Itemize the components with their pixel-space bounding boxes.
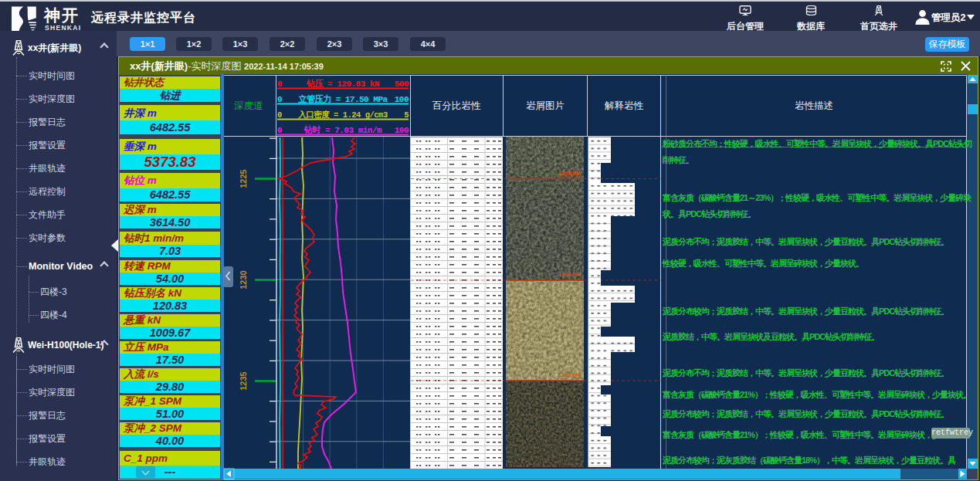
svg-text:深度道: 深度道 [234, 100, 263, 111]
svg-text:1230: 1230 [239, 270, 248, 289]
svg-text:入口密度 = 1.24 g/cm3: 入口密度 = 1.24 g/cm3 [297, 110, 388, 120]
svg-text:500: 500 [395, 80, 409, 89]
svg-text:1225.0M: 1225.0M [558, 170, 581, 177]
svg-text:解释岩性: 解释岩性 [604, 100, 644, 111]
svg-text:1230.0M: 1230.0M [558, 271, 581, 278]
svg-text:立管压力 = 17.50 MPa: 立管压力 = 17.50 MPa [297, 94, 388, 104]
svg-text:5: 5 [404, 110, 409, 120]
svg-text:0: 0 [277, 110, 282, 120]
svg-text:钻压 = 120.83 kN: 钻压 = 120.83 kN [306, 79, 379, 89]
svg-text:1235: 1235 [239, 371, 248, 390]
svg-text:1225: 1225 [239, 169, 248, 188]
svg-text:1235.0M: 1235.0M [558, 371, 581, 378]
svg-text:钻时 = 7.03 min/m: 钻时 = 7.03 min/m [303, 125, 382, 135]
svg-text:百分比岩性: 百分比岩性 [432, 100, 481, 111]
svg-text:岩性描述: 岩性描述 [795, 100, 833, 111]
svg-text:0: 0 [277, 80, 282, 89]
svg-text:0: 0 [277, 126, 282, 135]
svg-text:100: 100 [395, 95, 409, 104]
svg-text:岩屑图片: 岩屑图片 [526, 100, 565, 111]
svg-text:100: 100 [395, 126, 409, 135]
svg-text:0: 0 [277, 95, 282, 104]
